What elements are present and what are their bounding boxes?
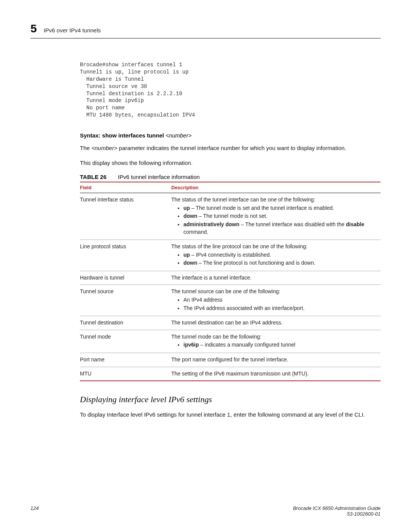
table-row: Tunnel source The tunnel source can be o… (80, 285, 381, 316)
paragraph-3: To display Interface level IPv6 settings… (80, 411, 381, 419)
doc-id: 53-1002600-01 (293, 511, 381, 517)
main-content: Brocade#show interfaces tunnel 1 Tunnel1… (80, 61, 381, 419)
page-footer: 124 Brocade ICX 6650 Administration Guid… (30, 505, 381, 517)
section-title: IPv6 over IPv4 tunnels (44, 27, 101, 34)
table-row: Tunnel destination The tunnel destinatio… (80, 316, 381, 330)
table-row: MTU The setting of the IPv6 maximum tran… (80, 367, 381, 381)
col-field: Field (80, 182, 171, 193)
table-row: Tunnel interface status The status of th… (80, 193, 381, 240)
table-row: Tunnel mode The tunnel mode can be the f… (80, 330, 381, 353)
chapter-number: 5 (30, 22, 37, 35)
table-row: Hardware is tunnel The interface is a tu… (80, 271, 381, 285)
footer-right: Brocade ICX 6650 Administration Guide 53… (293, 505, 381, 517)
paragraph-1: The <number> parameter indicates the tun… (80, 144, 381, 152)
table-row: Port name The port name configured for t… (80, 353, 381, 367)
info-table: Field Description Tunnel interface statu… (80, 182, 381, 381)
paragraph-2: This display shows the following informa… (80, 159, 381, 167)
syntax-line: Syntax: show interfaces tunnel <number> (80, 132, 381, 139)
cli-output: Brocade#show interfaces tunnel 1 Tunnel1… (80, 61, 381, 119)
page-header: 5 IPv6 over IPv4 tunnels (30, 22, 381, 38)
subheading: Displaying interface level IPv6 settings (80, 395, 381, 404)
table-caption: TABLE 26 IPv6 tunnel interface informati… (80, 174, 381, 180)
syntax-label: Syntax: (80, 132, 100, 139)
table-title: IPv6 tunnel interface information (118, 174, 200, 180)
col-description: Description (171, 182, 381, 193)
doc-title: Brocade ICX 6650 Administration Guide (293, 505, 381, 511)
page-number: 124 (30, 505, 39, 517)
syntax-command: show interfaces tunnel (102, 132, 164, 139)
table-number: TABLE 26 (80, 174, 107, 180)
syntax-arg: <number> (166, 132, 191, 139)
table-row: Line protocol status The status of the l… (80, 240, 381, 271)
